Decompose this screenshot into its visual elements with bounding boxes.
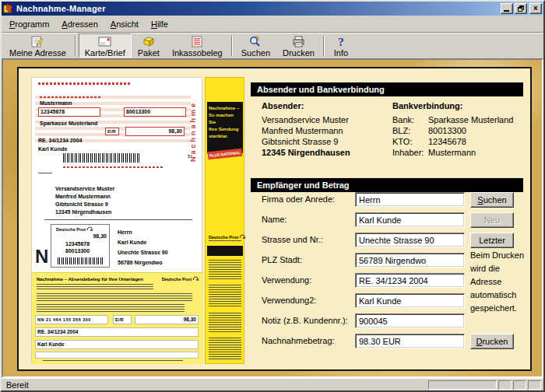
slip-microtext [63,166,164,168]
toolbar-separator [323,36,325,56]
bank-row: BLZ:80013300 [392,126,466,135]
deutsche-post-logo: Deutsche Post [162,276,199,282]
receipt-icon [189,35,205,48]
toolbar-separator [75,36,76,56]
strip-microtext [209,240,241,243]
nachnahmebetrag-input[interactable] [355,334,465,348]
minimize-button[interactable] [501,3,513,14]
restore-button[interactable] [515,3,527,14]
form-row: Firma oder Anrede: Suchen [251,192,525,209]
menu-hilfe[interactable]: Hilfe [145,16,174,32]
bank-label: Bank: [392,115,428,124]
posthorn-icon [239,234,246,240]
plz-stadt-input[interactable] [355,253,465,268]
sender-line: Versandservice Muster [262,115,349,124]
close-button[interactable]: × [529,3,542,14]
notiz-input[interactable] [355,313,465,328]
strip-microtext [209,313,241,333]
app-icon [3,3,14,14]
name-input[interactable] [355,212,465,227]
posthorn-icon [192,276,199,282]
slip-microtext [40,96,102,98]
slip-amount-box: 98,30 [125,127,185,136]
menu-adressen[interactable]: Adressen [55,16,104,32]
slip-blz-box: 80013300 [124,107,186,117]
sender-line: Gibtsnicht Strasse 9 [262,137,338,146]
plz-stadt-label: PLZ Stadt: [262,255,302,264]
client-area: Mustermann 12345678 80013300 Sparkasse M… [2,58,543,378]
franking-kto: 12345678 [65,240,90,247]
deutsche-post-logo: Deutsche Post [209,234,246,240]
preview-paper: Mustermann 12345678 80013300 Sparkasse M… [31,77,202,364]
absendebeleg-header: Nachnahme – Absendebeleg für Ihre Unterl… [37,277,143,282]
absendebeleg-microtext [37,293,192,302]
close-icon: × [530,4,541,13]
toolbar-button-karte-brief[interactable]: Karte/Brief [79,33,132,58]
menu-programm[interactable]: Programm [3,16,55,32]
status-pane [513,380,526,390]
menu-ansicht[interactable]: Ansicht [104,16,145,32]
strip-black-header [207,246,243,256]
toolbar-button-meine-adresse[interactable]: Meine Adresse [3,33,72,58]
slip-bank-name: Sparkasse Musterland [40,120,97,127]
address-edit-icon [30,35,45,48]
drucken-button[interactable]: Drucken [470,334,514,349]
middle-recipient-address: Herrn Karl Kunde Unechte Strasse 90 5678… [118,227,168,268]
sender-heading: Absender: [262,101,304,110]
slip-kto-box: 12345678 [38,107,100,117]
currency-box: EUR [113,315,132,324]
absendebeleg-microtext [37,284,153,290]
form-row: Name: Neu [251,212,525,229]
amount-box: 98,30 [135,315,199,324]
strasse-input[interactable] [355,233,465,247]
bank-label: Inhaber: [392,148,428,157]
slip-currency-box: EUR [105,128,119,135]
suchen-button[interactable]: Suchen [470,192,514,208]
bank-row: KTO:12345678 [392,137,466,146]
letter-icon [97,35,113,48]
name-label: Name: [262,215,287,224]
status-bar: Bereit [2,378,543,390]
big-letter-n: N [35,247,48,266]
bank-label: BLZ: [392,126,428,135]
main-panel: Mustermann 12345678 80013300 Sparkasse M… [17,67,532,371]
strip-microtext [209,338,241,359]
bank-label: KTO: [392,137,428,146]
form-row: Nachnahmebetrag: Drucken [251,334,525,351]
einlieferung-id-box: NN 21 464 155 266 300 [35,315,108,324]
status-pane [428,380,497,390]
bank-value: 80013300 [428,126,466,135]
sender-city-line: 12345 Nirgendhausen [262,148,350,157]
restore-icon [518,5,524,12]
app-window: Nachnahme-Manager × Programm Adressen An… [0,0,545,392]
instruction-strip: Nachnahme – So machen Sie Ihre Sendung s… [205,77,244,364]
middle-microtext [44,219,192,222]
letzter-button[interactable]: Letzter [470,233,514,248]
toolbar: Meine Adresse Karte/Brief Paket [2,33,543,58]
absendebeleg-microtext [37,304,185,313]
toolbar-button-suchen[interactable]: Suchen [235,33,276,58]
deutsche-post-logo: Deutsche Post [56,226,93,232]
toolbar-button-paket[interactable]: Paket [132,33,166,58]
verwendung-label: Verwendung: [262,275,311,285]
toolbar-button-drucken[interactable]: Drucken [276,33,321,58]
franking-amount: 98,30 [93,233,107,240]
slip-name: Karl Kunde [38,145,67,152]
verwendung-input[interactable] [355,273,465,288]
bank-value: 12345678 [428,137,466,146]
middle-sender-address: Versandservice Muster Manfred Mustermann… [55,185,114,216]
detail-column: Absender und Bankverbindung Absender: Ve… [251,68,525,369]
svg-text:?: ? [338,36,344,48]
slip-microtext [38,82,130,85]
info-icon: ? [333,35,349,48]
verwendung2-input[interactable] [355,293,465,308]
bank-row: Inhaber:Mustermann [392,148,476,157]
window-title: Nachnahme-Manager [16,4,499,13]
toolbar-button-info[interactable]: ? Info [327,33,355,58]
toolbar-button-inkassobeleg[interactable]: Inkassobeleg [166,33,229,58]
form-preview: Mustermann 12345678 80013300 Sparkasse M… [31,77,244,364]
franking-blz: 80013300 [65,247,90,254]
strip-microtext [209,260,241,280]
recipient-header: Empfänger und Betrag [251,178,523,192]
firma-input[interactable] [355,192,465,207]
